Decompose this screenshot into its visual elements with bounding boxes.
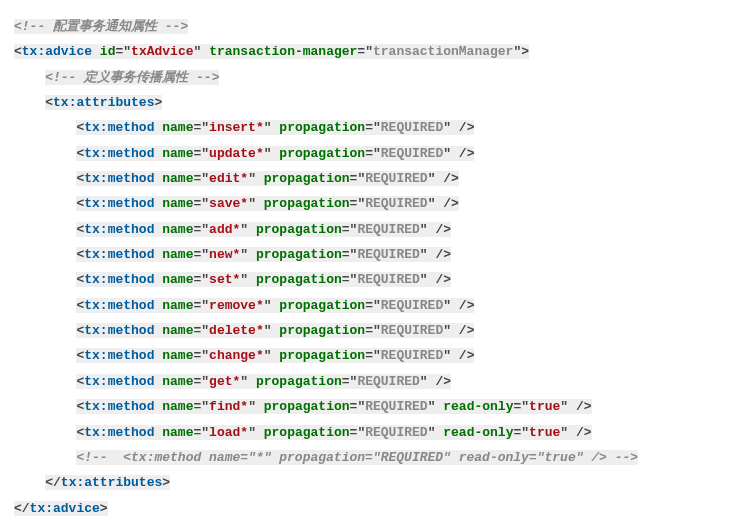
code-token: <tx:method name="load*" propagation="REQ… [76,425,591,440]
code-token: <tx:method name="change*" propagation="R… [76,348,474,363]
code-token: <tx:method name="remove*" propagation="R… [76,298,474,313]
code-token: <tx:method name="insert*" propagation="R… [76,120,474,135]
code-block: <!-- 配置事务通知属性 --> <tx:advice id="txAdvic… [14,14,738,521]
code-token: <tx:attributes> [45,95,162,110]
code-token: <tx:method name="update*" propagation="R… [76,146,474,161]
code-token: <!-- 配置事务通知属性 --> [14,19,188,34]
code-token: <!-- <tx:method name="*" propagation="RE… [76,450,638,465]
code-token: <tx:method name="edit*" propagation="REQ… [76,171,458,186]
code-token: </tx:advice> [14,501,108,516]
code-token: <tx:method name="get*" propagation="REQU… [76,374,451,389]
code-token: <tx:method name="add*" propagation="REQU… [76,222,451,237]
code-token: <tx:advice id="txAdvice" transaction-man… [14,44,529,59]
code-token: </tx:attributes> [45,475,170,490]
code-token: <tx:method name="set*" propagation="REQU… [76,272,451,287]
code-token: <tx:method name="find*" propagation="REQ… [76,399,591,414]
code-token: <tx:method name="delete*" propagation="R… [76,323,474,338]
code-token: <!-- 定义事务传播属性 --> [45,70,219,85]
code-token: <tx:method name="new*" propagation="REQU… [76,247,451,262]
code-token: <tx:method name="save*" propagation="REQ… [76,196,458,211]
